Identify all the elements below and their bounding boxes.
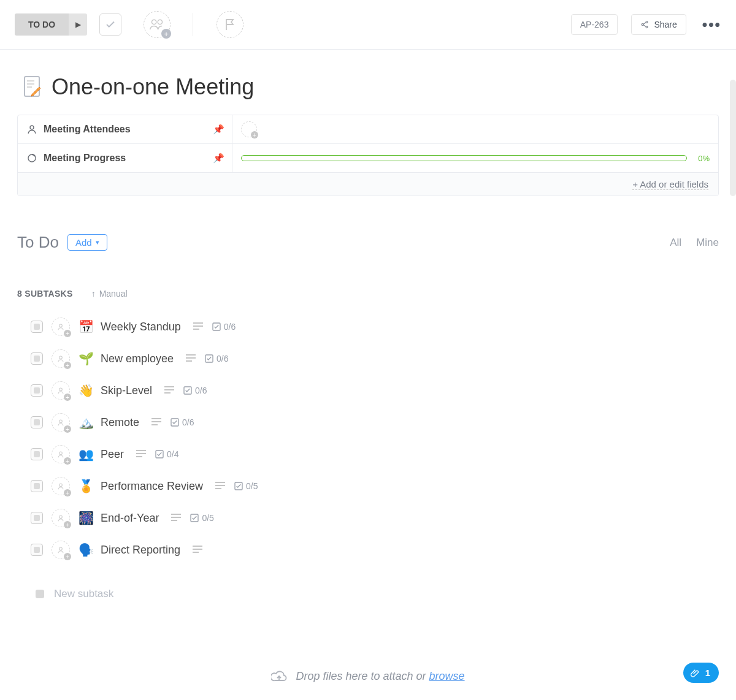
subtask-row[interactable]: 🏔️Remote0/6	[31, 406, 719, 438]
assignee-add-icon[interactable]	[52, 413, 70, 432]
status-button[interactable]: TO DO ▶	[15, 13, 87, 36]
clip-counter-badge[interactable]: 1	[683, 663, 719, 683]
subtask-name[interactable]: Remote	[101, 416, 139, 429]
subtask-name[interactable]: Weekly Standup	[101, 321, 181, 333]
new-subtask-input[interactable]: New subtask	[31, 576, 719, 612]
add-attendee-icon[interactable]	[241, 121, 257, 137]
edit-page-icon	[22, 75, 43, 99]
subtasks-count: 8 SUBTASKS	[17, 289, 73, 299]
status-square[interactable]	[31, 352, 43, 365]
add-dropdown-button[interactable]: Add	[67, 234, 107, 251]
svg-point-14	[59, 420, 63, 423]
subtask-emoji: 🏔️	[79, 415, 92, 430]
subtask-row[interactable]: 👋Skip-Level0/6	[31, 375, 719, 406]
filter-mine[interactable]: Mine	[696, 237, 719, 249]
assignee-add-icon[interactable]	[52, 445, 70, 463]
subtask-row[interactable]: 👥Peer0/4	[31, 438, 719, 470]
subtask-emoji: 👋	[79, 383, 92, 398]
subtask-row[interactable]: 🎆End-of-Year0/5	[31, 502, 719, 534]
checklist-count-text: 0/6	[195, 386, 207, 395]
assignee-add-icon[interactable]	[52, 541, 70, 559]
assignee-add-icon[interactable]	[52, 477, 70, 495]
status-label: TO DO	[15, 13, 69, 36]
toolbar-divider	[193, 13, 193, 36]
checklist-count[interactable]: 0/6	[212, 322, 236, 332]
progress-icon	[26, 153, 37, 164]
next-status-icon[interactable]: ▶	[69, 13, 87, 36]
assignees-button[interactable]: +	[144, 11, 171, 38]
assignee-add-icon[interactable]	[52, 381, 70, 400]
checklist-count[interactable]: 0/5	[234, 481, 258, 491]
field-value-attendees[interactable]	[232, 121, 718, 137]
description-icon[interactable]	[215, 481, 225, 492]
page-title[interactable]: One-on-one Meeting	[52, 74, 254, 100]
description-icon[interactable]	[193, 544, 202, 555]
description-icon[interactable]	[136, 449, 146, 460]
status-square[interactable]	[31, 544, 43, 556]
subtask-name[interactable]: Performance Review	[101, 480, 203, 493]
status-square[interactable]	[31, 448, 43, 460]
subtask-name[interactable]: Skip-Level	[101, 384, 152, 397]
scrollbar[interactable]	[730, 80, 736, 196]
checklist-count[interactable]: 0/6	[204, 354, 228, 363]
subtask-row[interactable]: 📅Weekly Standup0/6	[31, 311, 719, 343]
filter-all[interactable]: All	[670, 237, 681, 249]
subtask-name[interactable]: New employee	[101, 352, 174, 365]
status-square[interactable]	[31, 321, 43, 333]
description-icon[interactable]	[164, 385, 174, 396]
status-square[interactable]	[31, 512, 43, 524]
check-icon	[105, 19, 116, 30]
description-icon[interactable]	[193, 321, 203, 332]
dropzone[interactable]: Drop files here to attach or browse	[0, 669, 736, 683]
svg-point-1	[158, 20, 162, 24]
svg-point-22	[59, 547, 63, 550]
sort-arrow-icon: ↑	[91, 289, 96, 299]
checklist-count-text: 0/4	[167, 449, 178, 459]
description-icon[interactable]	[171, 512, 181, 523]
add-label: Add	[75, 237, 92, 248]
assignee-add-icon[interactable]	[52, 509, 70, 527]
toolbar: TO DO ▶ + AP-263 Share •••	[0, 0, 736, 50]
checklist-count[interactable]: 0/6	[183, 386, 207, 395]
checklist-count[interactable]: 0/6	[170, 417, 194, 427]
field-label-text: Meeting Attendees	[44, 124, 131, 135]
subtask-name[interactable]: Direct Reporting	[101, 544, 180, 557]
description-icon[interactable]	[186, 353, 196, 364]
dropzone-text: Drop files here to attach or	[296, 670, 429, 682]
description-icon[interactable]	[151, 417, 161, 428]
share-icon	[640, 20, 649, 29]
priority-button[interactable]	[217, 11, 243, 38]
checklist-count-text: 0/6	[182, 417, 194, 427]
subtask-row[interactable]: 🗣️Direct Reporting	[31, 534, 719, 566]
checklist-count[interactable]: 0/5	[190, 513, 213, 523]
field-row-attendees: Meeting Attendees 📌	[18, 115, 718, 144]
pin-icon[interactable]: 📌	[213, 124, 224, 135]
field-value-progress[interactable]: 0%	[232, 154, 718, 163]
browse-link[interactable]: browse	[429, 670, 465, 682]
add-fields-button[interactable]: + Add or edit fields	[18, 173, 718, 196]
subtask-name[interactable]: Peer	[101, 448, 124, 461]
subtask-row[interactable]: 🌱New employee0/6	[31, 343, 719, 375]
checklist-count-text: 0/6	[217, 354, 228, 363]
clip-count: 1	[705, 668, 710, 678]
plus-badge-icon: +	[161, 29, 171, 39]
share-button[interactable]: Share	[631, 14, 686, 35]
mark-complete-button[interactable]	[99, 13, 121, 36]
progress-bar[interactable]	[241, 155, 687, 161]
status-square[interactable]	[31, 384, 43, 397]
status-square[interactable]	[31, 416, 43, 428]
cloud-upload-icon	[271, 669, 287, 683]
sort-dropdown[interactable]: ↑ Manual	[91, 289, 128, 299]
status-square[interactable]	[31, 480, 43, 492]
assignee-add-icon[interactable]	[52, 318, 70, 336]
pin-icon[interactable]: 📌	[213, 153, 224, 164]
subtask-name[interactable]: End-of-Year	[101, 512, 159, 525]
subtask-emoji: 🏅	[79, 479, 92, 493]
more-menu-button[interactable]: •••	[702, 16, 721, 33]
checklist-count[interactable]: 0/4	[155, 449, 178, 459]
assignee-add-icon[interactable]	[52, 349, 70, 368]
task-id-chip[interactable]: AP-263	[571, 14, 618, 35]
subtask-row[interactable]: 🏅Performance Review0/5	[31, 470, 719, 502]
svg-point-20	[59, 515, 63, 519]
add-fields-label: + Add or edit fields	[632, 179, 708, 190]
